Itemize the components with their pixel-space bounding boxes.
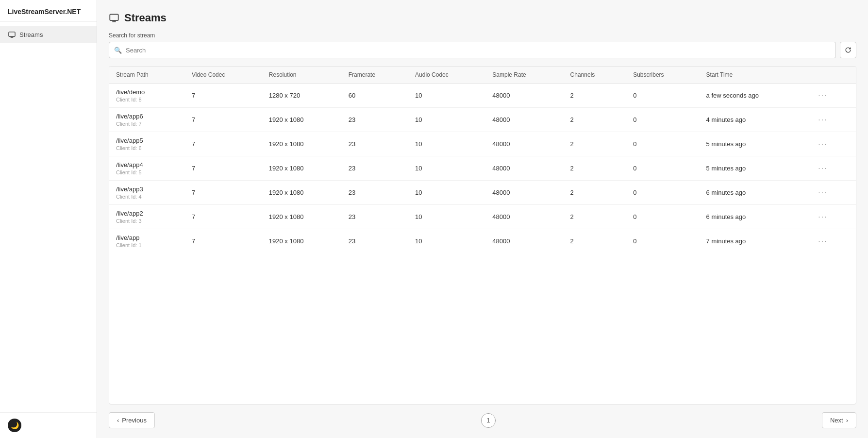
page-title: Streams [124, 12, 167, 24]
stream-path-main: /live/app6 [116, 113, 178, 120]
start-time-cell: 4 minutes ago [700, 108, 809, 132]
channels-cell: 2 [564, 181, 627, 205]
col-sample-rate: Sample Rate [485, 67, 563, 84]
sidebar-nav: Streams [0, 22, 97, 47]
row-more-button[interactable]: ··· [815, 114, 830, 126]
actions-cell: ··· [808, 205, 856, 229]
chevron-left-icon: ‹ [117, 417, 119, 424]
row-more-button[interactable]: ··· [815, 138, 830, 151]
col-framerate: Framerate [342, 67, 408, 84]
channels-cell: 2 [564, 205, 627, 229]
monitor-icon [8, 31, 16, 38]
framerate-cell: 23 [342, 181, 408, 205]
streams-page-icon [109, 13, 119, 23]
start-time-cell: 6 minutes ago [700, 205, 809, 229]
sidebar: LiveStreamServer.NET Streams 🌙 [0, 0, 97, 438]
table-row: /live/app Client Id: 1 7 1920 x 1080 23 … [109, 229, 856, 253]
col-stream-path: Stream Path [109, 67, 185, 84]
table-row: /live/app6 Client Id: 7 7 1920 x 1080 23… [109, 108, 856, 132]
col-start-time: Start Time [700, 67, 809, 84]
stream-path-sub: Client Id: 7 [116, 121, 178, 127]
col-subscribers: Subscribers [626, 67, 699, 84]
search-row: 🔍 [109, 42, 856, 58]
resolution-cell: 1920 x 1080 [262, 132, 342, 156]
sample-rate-cell: 48000 [485, 108, 563, 132]
table-row: /live/app4 Client Id: 5 7 1920 x 1080 23… [109, 156, 856, 181]
content-area: Streams Search for stream 🔍 Stream Path [97, 0, 868, 438]
sample-rate-cell: 48000 [485, 181, 563, 205]
search-input[interactable] [126, 47, 831, 54]
page-header: Streams [109, 12, 856, 24]
previous-button[interactable]: ‹ Previous [109, 412, 155, 428]
resolution-cell: 1920 x 1080 [262, 156, 342, 181]
page-numbers: 1 [481, 413, 496, 428]
video-codec-cell: 7 [185, 108, 262, 132]
channels-cell: 2 [564, 84, 627, 108]
stream-path-main: /live/app2 [116, 210, 178, 217]
subscribers-cell: 0 [626, 84, 699, 108]
row-more-button[interactable]: ··· [815, 89, 830, 102]
sample-rate-cell: 48000 [485, 132, 563, 156]
svg-rect-3 [110, 15, 118, 21]
stream-path-main: /live/app4 [116, 161, 178, 168]
search-wrapper: 🔍 [109, 42, 836, 58]
next-button[interactable]: Next › [822, 412, 856, 428]
start-time-cell: 5 minutes ago [700, 156, 809, 181]
dark-mode-button[interactable]: 🌙 [8, 419, 21, 432]
stream-path-sub: Client Id: 3 [116, 218, 178, 224]
resolution-cell: 1280 x 720 [262, 84, 342, 108]
main-area: Streams Search for stream 🔍 Stream Path [97, 0, 868, 438]
refresh-button[interactable] [840, 42, 856, 58]
table-header-row: Stream Path Video Codec Resolution Frame… [109, 67, 856, 84]
col-channels: Channels [564, 67, 627, 84]
stream-path-main: /live/app5 [116, 137, 178, 144]
next-label: Next [830, 417, 843, 424]
stream-path-main: /live/app [116, 234, 178, 241]
sample-rate-cell: 48000 [485, 205, 563, 229]
sample-rate-cell: 48000 [485, 84, 563, 108]
audio-codec-cell: 10 [408, 108, 485, 132]
row-more-button[interactable]: ··· [815, 235, 830, 248]
stream-path-sub: Client Id: 4 [116, 194, 178, 200]
resolution-cell: 1920 x 1080 [262, 108, 342, 132]
actions-cell: ··· [808, 181, 856, 205]
framerate-cell: 23 [342, 205, 408, 229]
resolution-cell: 1920 x 1080 [262, 181, 342, 205]
subscribers-cell: 0 [626, 108, 699, 132]
table-row: /live/app3 Client Id: 4 7 1920 x 1080 23… [109, 181, 856, 205]
subscribers-cell: 0 [626, 132, 699, 156]
streams-table: Stream Path Video Codec Resolution Frame… [109, 67, 856, 253]
audio-codec-cell: 10 [408, 132, 485, 156]
row-more-button[interactable]: ··· [815, 211, 830, 223]
start-time-cell: a few seconds ago [700, 84, 809, 108]
stream-path-main: /live/app3 [116, 185, 178, 193]
table-row: /live/app5 Client Id: 6 7 1920 x 1080 23… [109, 132, 856, 156]
table-row: /live/app2 Client Id: 3 7 1920 x 1080 23… [109, 205, 856, 229]
framerate-cell: 23 [342, 132, 408, 156]
subscribers-cell: 0 [626, 205, 699, 229]
audio-codec-cell: 10 [408, 181, 485, 205]
sidebar-item-streams[interactable]: Streams [0, 26, 97, 43]
channels-cell: 2 [564, 108, 627, 132]
audio-codec-cell: 10 [408, 205, 485, 229]
video-codec-cell: 7 [185, 84, 262, 108]
resolution-cell: 1920 x 1080 [262, 205, 342, 229]
pagination-bar: ‹ Previous 1 Next › [109, 404, 856, 438]
row-more-button[interactable]: ··· [815, 162, 830, 175]
stream-path-main: /live/demo [116, 88, 178, 96]
chevron-right-icon: › [846, 417, 848, 424]
framerate-cell: 23 [342, 229, 408, 253]
stream-path-sub: Client Id: 8 [116, 97, 178, 102]
row-more-button[interactable]: ··· [815, 186, 830, 199]
table-row: /live/demo Client Id: 8 7 1280 x 720 60 … [109, 84, 856, 108]
stream-path-sub: Client Id: 6 [116, 145, 178, 151]
sample-rate-cell: 48000 [485, 156, 563, 181]
subscribers-cell: 0 [626, 156, 699, 181]
start-time-cell: 7 minutes ago [700, 229, 809, 253]
page-number-1[interactable]: 1 [481, 413, 496, 428]
svg-rect-0 [8, 32, 15, 36]
channels-cell: 2 [564, 229, 627, 253]
framerate-cell: 23 [342, 108, 408, 132]
framerate-cell: 60 [342, 84, 408, 108]
resolution-cell: 1920 x 1080 [262, 229, 342, 253]
